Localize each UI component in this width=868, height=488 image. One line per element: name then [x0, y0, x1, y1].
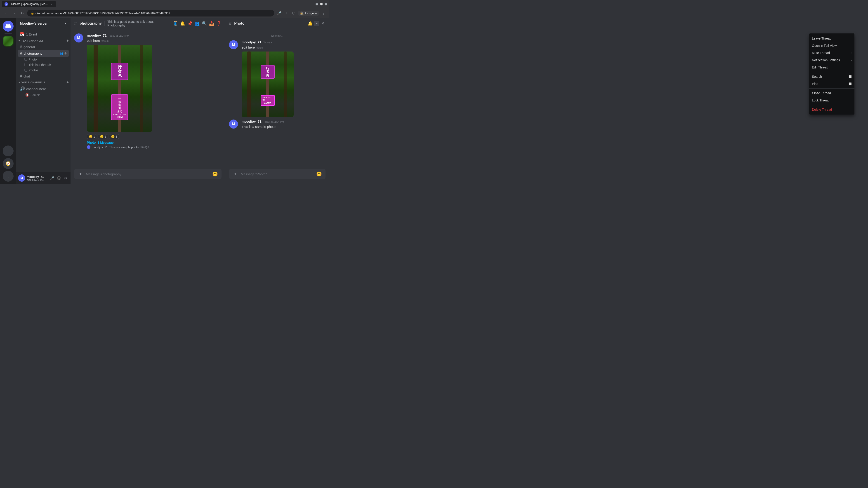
members-list-icon[interactable]: 👥	[194, 21, 200, 26]
thread-name-photos: Photos	[29, 68, 38, 72]
channel-channel-here[interactable]: 🔊 channel-here	[18, 86, 69, 92]
thread-message-timestamp-1: Today at	[264, 41, 273, 44]
search-channel-icon[interactable]: 🔍	[202, 21, 207, 26]
thread-panel-hash-icon: #	[229, 21, 231, 26]
voice-channel-name-channel-here: channel-here	[26, 87, 46, 91]
browser-tab-close-icon[interactable]: ✕	[50, 2, 53, 6]
thread-close-button[interactable]: ✕	[320, 21, 326, 26]
thread-message-text-1: edit here(edited)	[242, 45, 326, 50]
reaction-sad[interactable]: 😔 1	[98, 134, 108, 139]
channel-name-chat: chat	[24, 74, 67, 78]
channel-general[interactable]: # general	[18, 43, 69, 50]
server-event[interactable]: 📅 1 Event	[16, 31, 70, 38]
thread-message-author-2[interactable]: moodjoy_71	[242, 120, 261, 123]
message-timestamp-1: Today at 11:24 PM	[108, 34, 129, 37]
address-bar[interactable]: 🔒 discord.com/channels/11823468517819843…	[27, 10, 274, 17]
server-sidebar: Moodjoy's server ▼ 📅 1 Event ▼ TEXT CHAN…	[16, 18, 70, 184]
server-header-chevron-icon: ▼	[64, 22, 67, 25]
server-name: Moodjoy's server	[20, 22, 48, 25]
refresh-button[interactable]: ↻	[19, 10, 25, 16]
settings-icon[interactable]: ⚙	[64, 52, 67, 55]
thread-message-author-1[interactable]: moodjoy_71	[242, 40, 261, 44]
thread-message-avatar-1[interactable]: M	[229, 40, 238, 49]
thread-preview-avatar	[87, 145, 90, 149]
message-input[interactable]	[86, 172, 210, 176]
url-text: discord.com/channels/1182346851781984336…	[35, 11, 170, 15]
help-icon[interactable]: ❓	[216, 21, 221, 26]
thread-message-avatar-2[interactable]: M	[229, 120, 238, 129]
thread-more-options-button[interactable]: ⋯	[314, 21, 319, 26]
microphone-icon[interactable]: 🎤	[276, 10, 282, 16]
thread-photo[interactable]: Photo	[23, 57, 69, 62]
thread-add-attachment-button[interactable]: +	[232, 171, 238, 177]
thread-preview-link[interactable]: Photo	[87, 141, 96, 144]
pin-icon[interactable]: 📌	[187, 21, 193, 26]
close-button[interactable]: ✕	[324, 3, 327, 5]
message-1: M moodjoy_71 Today at 11:24 PM edit here…	[70, 33, 225, 150]
server-icon-moodjoy[interactable]	[3, 36, 13, 46]
thread-date-text: Decemb...	[269, 34, 285, 37]
add-voice-channel-button[interactable]: +	[66, 80, 69, 85]
message-reactions-1: 😀 1 😔 1 😊 1	[87, 134, 221, 139]
message-avatar-1[interactable]: M	[74, 33, 83, 42]
explore-servers-button[interactable]: +	[3, 145, 13, 156]
discord-logo-button[interactable]	[3, 21, 13, 32]
voice-channels-category[interactable]: ▼ VOICE CHANNELS +	[16, 79, 70, 86]
thread-message-timestamp-2: Today at 11:24 PM	[264, 121, 284, 123]
back-button[interactable]: ←	[3, 10, 9, 16]
thread-message-header-2: moodjoy_71 Today at 11:24 PM	[242, 120, 326, 123]
thread-header: # Photo 🔔 ⋯ ✕	[225, 18, 329, 29]
inbox-icon[interactable]: 📥	[209, 21, 214, 26]
add-attachment-button[interactable]: +	[78, 171, 83, 177]
extension-icon[interactable]: ⬡	[290, 10, 297, 16]
add-text-channel-button[interactable]: +	[66, 39, 69, 43]
sidebar-divider	[4, 33, 12, 34]
menu-button[interactable]: ⋮	[320, 10, 327, 16]
mute-microphone-button[interactable]: 🎤	[49, 175, 55, 181]
reaction-grinning[interactable]: 😀 1	[87, 134, 97, 139]
download-button[interactable]: ↓	[3, 171, 13, 182]
reaction-emoji-sad: 😔	[100, 135, 103, 138]
channel-header-hash-icon: #	[74, 21, 77, 26]
notification-bell-icon[interactable]: 🔔	[180, 21, 185, 26]
star-icon[interactable]: ☆	[283, 10, 289, 16]
emoji-picker-button[interactable]: 😊	[212, 171, 218, 177]
message-author-1[interactable]: moodjoy_71	[87, 33, 107, 37]
browser-favicon: ●	[4, 2, 8, 6]
channel-chat[interactable]: # chat	[18, 73, 69, 79]
forward-button[interactable]: →	[11, 10, 17, 16]
minimize-button[interactable]: —	[315, 3, 318, 5]
thread-message-input[interactable]	[241, 172, 313, 176]
thread-message-edited-label: (edited)	[256, 46, 264, 49]
text-channels-category[interactable]: ▼ TEXT CHANNELS +	[16, 38, 70, 43]
user-avatar: M	[18, 174, 25, 182]
thread-input-area: + 😊	[225, 169, 329, 184]
thread-this-is-a-thread[interactable]: This is a thread!	[23, 62, 69, 68]
thread-notification-bell-icon[interactable]: 🔔	[307, 21, 313, 26]
discord-icon-sidebar: + 🧭 ↓	[0, 18, 16, 184]
channel-header-divider	[104, 21, 105, 26]
maximize-button[interactable]: ⬜	[320, 3, 323, 5]
deafen-button[interactable]: 🎧	[56, 175, 62, 181]
members-icon: 👥	[60, 52, 63, 55]
thread-preview-author-text: moodjoy_71	[92, 145, 108, 149]
server-header[interactable]: Moodjoy's server ▼	[16, 18, 70, 29]
new-tab-button[interactable]: +	[57, 1, 63, 7]
thread-emoji-picker-button[interactable]: 😊	[316, 171, 322, 177]
browser-tab[interactable]: ● • Discord | #photography | Moo... ✕	[2, 1, 56, 7]
channel-photography[interactable]: # photography 👥 ⚙	[18, 50, 69, 57]
threads-icon[interactable]: 🧵	[173, 21, 178, 26]
discover-button[interactable]: 🧭	[3, 158, 13, 169]
thread-photos[interactable]: Photos	[23, 68, 69, 73]
voice-member-sample[interactable]: 🔇 Sample	[18, 92, 69, 98]
thread-messages: Decemb... M moodjoy_71 Today at edit her…	[225, 29, 329, 169]
thread-message-2: M moodjoy_71 Today at 11:24 PM This is a…	[225, 119, 329, 130]
user-settings-button[interactable]: ⚙	[62, 175, 69, 181]
window-controls: — ⬜ ✕	[315, 3, 327, 5]
thread-connector-icon	[24, 58, 27, 61]
reaction-smile[interactable]: 😊 1	[109, 134, 119, 139]
incognito-badge: 🕵 Incognito	[298, 11, 319, 16]
user-name: moodjoy_71	[27, 175, 48, 178]
thread-message-count[interactable]: 1 Message ›	[98, 141, 116, 144]
channel-photography-icons: 👥 ⚙	[60, 52, 67, 55]
